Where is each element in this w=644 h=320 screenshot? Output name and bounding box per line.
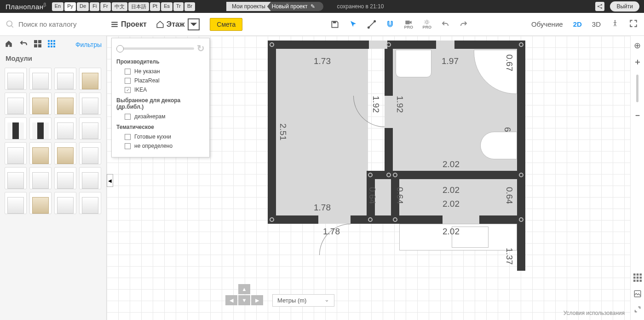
training-link[interactable]: Обучение xyxy=(531,20,563,28)
nav-left[interactable]: ◀ xyxy=(225,295,237,305)
module-thumb[interactable] xyxy=(79,142,101,164)
dim-label: 2.02 xyxy=(443,199,460,209)
filter-check-unspecified[interactable]: Не указан xyxy=(116,67,205,76)
pencil-icon[interactable]: ✎ xyxy=(310,3,315,10)
module-thumb[interactable] xyxy=(29,93,52,115)
lang-zh[interactable]: 中文 xyxy=(112,2,127,11)
image-icon[interactable] xyxy=(633,290,642,300)
floor-dropdown-icon[interactable] xyxy=(188,18,200,30)
search-input[interactable] xyxy=(18,20,97,28)
lang-tr[interactable]: Tr xyxy=(173,2,184,11)
view-3d-button[interactable]: 3D xyxy=(592,20,601,28)
magnet-icon[interactable] xyxy=(385,19,395,29)
view-2d-button[interactable]: 2D xyxy=(573,20,582,28)
svg-rect-27 xyxy=(636,277,638,279)
floorplan: 1.73 1.97 0.67 1.92 1.92 2.51 2.02 6 0.6… xyxy=(268,41,535,271)
module-thumb[interactable] xyxy=(79,93,101,115)
topbar: Планопланβ En Ру De Fi Fr 中文 日本語 Pt Es T… xyxy=(0,0,644,13)
redo-icon[interactable] xyxy=(459,19,469,29)
grid-view-icon[interactable] xyxy=(633,273,642,284)
filter-check-designers[interactable]: дизайнерам xyxy=(116,112,205,121)
filter-check-kitchens[interactable]: Готовые кухни xyxy=(116,132,205,141)
module-thumb[interactable] xyxy=(29,68,52,90)
filter-panel: ↻ Производитель Не указан PlazaReal ✓IKE… xyxy=(111,38,210,157)
refresh-icon[interactable]: ↻ xyxy=(197,43,205,54)
filter-slider[interactable] xyxy=(116,47,194,50)
pointer-tool-icon[interactable] xyxy=(348,19,358,29)
zoom-out-icon[interactable]: － xyxy=(633,110,642,121)
module-thumb[interactable] xyxy=(29,142,52,164)
home-icon[interactable] xyxy=(5,40,13,50)
lang-fi[interactable]: Fi xyxy=(90,2,99,11)
floor-menu[interactable]: Этаж xyxy=(151,18,204,30)
svg-rect-14 xyxy=(48,40,50,42)
estimate-button[interactable]: Смета xyxy=(210,18,242,31)
lang-br[interactable]: Br xyxy=(184,2,195,11)
lang-de[interactable]: De xyxy=(77,2,89,11)
filters-link[interactable]: Фильтры xyxy=(75,41,102,48)
save-icon[interactable] xyxy=(330,19,340,29)
zoom-slider[interactable] xyxy=(636,75,638,102)
panel-collapse-icon[interactable]: ◀ xyxy=(107,174,113,187)
module-thumb[interactable] xyxy=(79,192,101,214)
share-icon[interactable] xyxy=(595,2,604,11)
wall-tool-icon[interactable] xyxy=(367,19,377,29)
terms-link[interactable]: Условия использования xyxy=(564,310,625,316)
module-thumb[interactable] xyxy=(5,68,27,90)
breadcrumb-current[interactable]: Новый проект✎ xyxy=(267,2,323,11)
lang-pt[interactable]: Pt xyxy=(150,2,160,11)
back-icon[interactable] xyxy=(19,40,28,50)
lang-es[interactable]: Es xyxy=(161,2,172,11)
lang-ru[interactable]: Ру xyxy=(64,2,76,11)
lang-ja[interactable]: 日本語 xyxy=(128,2,149,11)
lang-fr[interactable]: Fr xyxy=(100,2,110,11)
module-thumb[interactable] xyxy=(29,167,52,189)
units-select[interactable]: Метры (m) xyxy=(272,294,334,307)
svg-rect-21 xyxy=(51,46,52,47)
grid-large-icon[interactable] xyxy=(34,40,41,49)
svg-rect-30 xyxy=(636,280,638,282)
module-thumb[interactable] xyxy=(29,117,52,140)
toilet-fixture[interactable] xyxy=(480,132,517,159)
target-icon[interactable]: ⊕ xyxy=(634,41,641,51)
breadcrumb-projects[interactable]: Мои проекты xyxy=(226,2,271,11)
module-thumb[interactable] xyxy=(79,68,101,90)
module-thumb[interactable] xyxy=(5,142,27,164)
module-thumb[interactable] xyxy=(54,93,76,115)
filter-check-plazareal[interactable]: PlazaReal xyxy=(116,76,205,85)
undo-icon[interactable] xyxy=(440,19,450,29)
grid-small-icon[interactable] xyxy=(48,40,55,49)
dim-label: 2.02 xyxy=(443,159,460,169)
canvas[interactable]: ↻ Производитель Не указан PlazaReal ✓IKE… xyxy=(107,36,644,320)
module-thumb[interactable] xyxy=(5,167,27,189)
camera-pro-icon[interactable]: PRO xyxy=(403,19,414,29)
light-pro-icon[interactable]: PRO xyxy=(422,19,432,29)
dim-label: 1.92 xyxy=(371,96,381,113)
nav-up[interactable]: ▲ xyxy=(238,284,250,294)
lang-en[interactable]: En xyxy=(52,2,63,11)
fullscreen-icon[interactable] xyxy=(629,19,638,29)
expand-icon[interactable] xyxy=(634,306,641,315)
zoom-in-icon[interactable]: ＋ xyxy=(633,56,642,67)
sidebar-title: Модули xyxy=(0,53,106,65)
exit-button[interactable]: Выйти xyxy=(610,1,639,12)
module-thumb[interactable] xyxy=(54,192,76,214)
module-thumb[interactable] xyxy=(5,117,27,140)
module-thumb[interactable] xyxy=(5,192,27,214)
filter-check-undefined[interactable]: не определено xyxy=(116,141,205,151)
module-thumb[interactable] xyxy=(79,117,101,140)
module-thumb[interactable] xyxy=(29,192,52,214)
module-thumb[interactable] xyxy=(5,93,27,115)
module-thumb[interactable] xyxy=(79,167,101,189)
walk-icon[interactable] xyxy=(611,19,619,29)
module-thumb[interactable] xyxy=(54,142,76,164)
nav-right[interactable]: ▶ xyxy=(251,295,263,305)
sink-fixture[interactable] xyxy=(396,50,431,77)
module-thumb[interactable] xyxy=(54,167,76,189)
project-menu[interactable]: Проект xyxy=(106,20,151,29)
module-thumb[interactable] xyxy=(54,68,76,90)
nav-down[interactable]: ▼ xyxy=(238,295,250,305)
module-thumb[interactable] xyxy=(54,117,76,140)
filter-check-ikea[interactable]: ✓IKEA xyxy=(116,85,205,94)
dim-label: 0.64 xyxy=(367,187,377,204)
